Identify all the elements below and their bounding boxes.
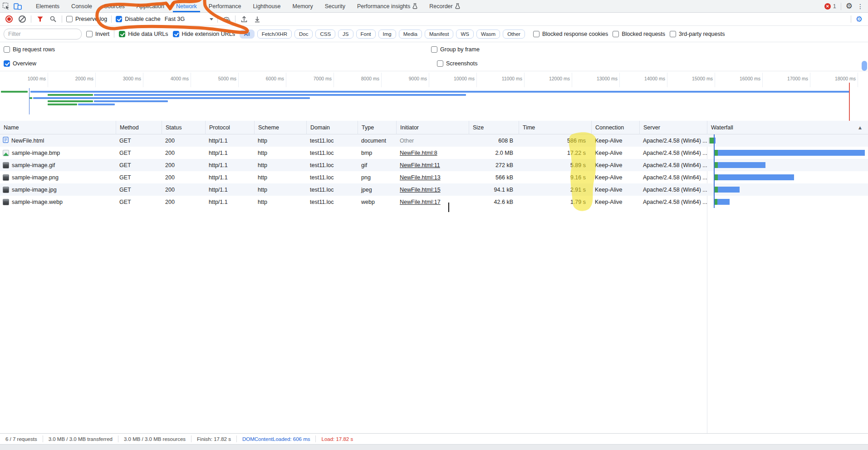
hide-extension-urls-checkbox[interactable]: Hide extension URLs [173, 31, 235, 37]
tab-label: Elements [36, 3, 59, 10]
kebab-menu-icon[interactable]: ⋮ [857, 3, 863, 10]
image-dark-icon [3, 199, 9, 205]
network-settings-gear-icon[interactable]: ⚙ [856, 15, 863, 23]
initiator-link[interactable]: NewFile.html:15 [400, 187, 441, 193]
import-har-button[interactable] [240, 15, 249, 24]
tab-elements[interactable]: Elements [30, 0, 65, 12]
tab-recorder[interactable]: Recorder [423, 0, 466, 12]
inspect-icon[interactable] [0, 0, 12, 12]
filter-chip-font[interactable]: Font [356, 30, 376, 39]
screenshots-checkbox[interactable]: Screenshots [437, 60, 477, 67]
column-header-size[interactable]: Size [469, 121, 519, 134]
initiator-link[interactable]: NewFile.html:13 [400, 174, 441, 181]
filter-input[interactable] [4, 29, 82, 40]
column-header-domain[interactable]: Domain [306, 121, 358, 134]
overview-checkbox[interactable]: Overview [4, 60, 36, 67]
third-party-checkbox[interactable]: 3rd-party requests [670, 31, 725, 37]
tab-performance-insights[interactable]: Performance insights [351, 0, 423, 12]
request-server-cell: Apache/2.4.58 (Win64) ... [639, 183, 707, 196]
column-header-waterfall[interactable]: Waterfall▲ [707, 121, 868, 134]
column-header-initiator[interactable]: Initiator [396, 121, 469, 134]
ruler-tick-label: 14000 ms [629, 76, 665, 81]
column-header-status[interactable]: Status [162, 121, 205, 134]
group-by-frame-checkbox[interactable]: Group by frame [431, 46, 480, 53]
tab-application[interactable]: Application [131, 0, 170, 12]
column-header-type[interactable]: Type [358, 121, 396, 134]
tab-lighthouse[interactable]: Lighthouse [247, 0, 286, 12]
clear-network-log-button[interactable] [18, 15, 27, 24]
filter-chip-manifest[interactable]: Manifest [425, 30, 453, 39]
column-header-scheme[interactable]: Scheme [254, 121, 306, 134]
column-header-method[interactable]: Method [116, 121, 162, 134]
request-row-sample-image-webp[interactable]: sample-image.webpGET200http/1.1httptest1… [0, 196, 868, 208]
column-header-connection[interactable]: Connection [591, 121, 639, 134]
filter-chip-wasm[interactable]: Wasm [476, 30, 500, 39]
search-button[interactable] [49, 15, 58, 24]
request-time-cell: 2.91 s [519, 183, 591, 196]
tab-sources[interactable]: Sources [98, 0, 131, 12]
request-size-cell: 2.0 MB [469, 147, 519, 159]
image-dark-icon [3, 162, 9, 168]
filter-chip-js[interactable]: JS [338, 30, 353, 39]
filter-chip-all[interactable]: All [240, 30, 255, 39]
blocked-requests-checkbox[interactable]: Blocked requests [613, 31, 665, 37]
request-row-newfile-html[interactable]: NewFile.htmlGET200http/1.1httptest11.loc… [0, 134, 868, 147]
filter-toggle-button[interactable] [35, 15, 44, 24]
initiator-link[interactable]: NewFile.html:11 [400, 162, 440, 168]
waterfall-bar[interactable] [714, 187, 740, 193]
options-row-2: Overview Screenshots [0, 56, 868, 71]
network-conditions-button[interactable] [222, 15, 231, 24]
column-header-label: Time [523, 124, 535, 131]
waterfall-bar[interactable] [714, 174, 794, 180]
initiator-link[interactable]: NewFile.html:17 [400, 199, 441, 205]
error-badge[interactable]: ✕ 1 [824, 3, 836, 10]
column-header-server[interactable]: Server [639, 121, 707, 134]
initiator-link[interactable]: NewFile.html:8 [400, 150, 437, 156]
request-name-cell: sample-image.jpg [0, 183, 116, 196]
column-header-name[interactable]: Name [0, 121, 116, 134]
request-name-cell: sample-image.png [0, 171, 116, 183]
filter-chip-img[interactable]: Img [378, 30, 396, 39]
request-type-cell: document [358, 134, 396, 147]
clear-icon [19, 15, 26, 23]
waterfall-download-segment [718, 174, 794, 180]
preserve-log-checkbox[interactable]: Preserve log [66, 16, 107, 22]
tab-security[interactable]: Security [319, 0, 351, 12]
tab-network[interactable]: Network [170, 0, 203, 12]
filter-chip-other[interactable]: Other [503, 30, 525, 39]
column-header-time[interactable]: Time [519, 121, 591, 134]
export-har-button[interactable] [253, 15, 262, 24]
waterfall-bar[interactable] [714, 162, 766, 168]
disable-cache-checkbox[interactable]: Disable cache [116, 16, 161, 22]
waterfall-bar[interactable] [714, 199, 730, 205]
column-header-protocol[interactable]: Protocol [205, 121, 254, 134]
big-request-rows-checkbox[interactable]: Big request rows [4, 46, 55, 53]
tab-console[interactable]: Console [65, 0, 98, 12]
scrollbar-thumb[interactable] [862, 61, 867, 71]
filter-chip-css[interactable]: CSS [315, 30, 335, 39]
filter-chip-ws[interactable]: WS [456, 30, 474, 39]
network-overview-strip[interactable] [0, 87, 868, 121]
filter-chip-fetch-xhr[interactable]: Fetch/XHR [257, 30, 292, 39]
waterfall-waiting-segment [714, 162, 718, 168]
filter-chip-doc[interactable]: Doc [294, 30, 313, 39]
request-row-sample-image-jpg[interactable]: sample-image.jpgGET200http/1.1httptest11… [0, 183, 868, 196]
overview-waiting-bar [48, 100, 93, 102]
device-toolbar-icon[interactable] [12, 0, 24, 12]
devtools-tabbar: ElementsConsoleSourcesApplicationNetwork… [0, 0, 868, 13]
request-row-sample-image-bmp[interactable]: sample-image.bmpGET200http/1.1httptest11… [0, 147, 868, 159]
settings-gear-icon[interactable]: ⚙ [846, 2, 853, 10]
blocked-cookies-checkbox[interactable]: Blocked response cookies [533, 31, 608, 37]
request-domain-cell: test11.loc [306, 171, 358, 183]
ruler-tick-label: 12000 ms [534, 76, 570, 81]
record-network-log-button[interactable] [5, 15, 14, 24]
request-row-sample-image-gif[interactable]: sample-image.gifGET200http/1.1httptest11… [0, 159, 868, 171]
hide-data-urls-checkbox[interactable]: Hide data URLs [119, 31, 168, 37]
tab-performance[interactable]: Performance [203, 0, 247, 12]
throttling-select[interactable]: Fast 3G [165, 16, 213, 22]
request-row-sample-image-png[interactable]: sample-image.pngGET200http/1.1httptest11… [0, 171, 868, 183]
tab-memory[interactable]: Memory [287, 0, 319, 12]
invert-checkbox[interactable]: Invert [86, 31, 109, 37]
waterfall-bar[interactable] [714, 150, 865, 156]
filter-chip-media[interactable]: Media [399, 30, 422, 39]
